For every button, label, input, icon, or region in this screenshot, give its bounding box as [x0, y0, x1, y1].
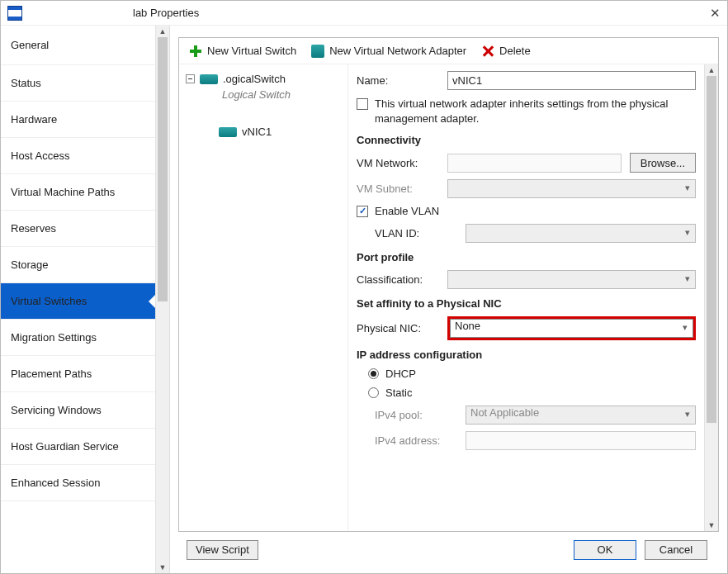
- scroll-thumb[interactable]: [707, 76, 716, 423]
- details-scrollbar[interactable]: ▲ ▼: [704, 64, 718, 531]
- dhcp-label: DHCP: [385, 368, 416, 380]
- physical-nic-label: Physical NIC:: [357, 322, 447, 334]
- tree-node-logical-switch[interactable]: .ogicalSwitch: [184, 71, 343, 87]
- delete-label: Delete: [499, 45, 531, 57]
- main-panel: New Virtual Switch New Virtual Network A…: [170, 26, 727, 573]
- switch-icon: [200, 74, 218, 84]
- ipv4-pool-label: IPv4 pool:: [357, 409, 466, 421]
- static-radio[interactable]: [368, 387, 379, 398]
- virtual-switches-panel: New Virtual Switch New Virtual Network A…: [178, 37, 719, 532]
- switch-name: .ogicalSwitch: [223, 73, 286, 85]
- vm-subnet-combo[interactable]: [447, 179, 696, 198]
- inherit-label: This virtual network adapter inherits se…: [375, 97, 696, 126]
- new-virtual-switch-label: New Virtual Switch: [207, 45, 296, 57]
- delete-icon: [481, 45, 494, 58]
- ok-button[interactable]: OK: [574, 540, 636, 560]
- physical-nic-combo[interactable]: None: [450, 319, 693, 338]
- view-script-button[interactable]: View Script: [187, 540, 258, 560]
- adapter-name: vNIC1: [242, 126, 272, 138]
- ipv4-pool-combo: Not Applicable: [466, 406, 696, 425]
- ipv4-address-input: [466, 431, 696, 450]
- nic-icon: [219, 127, 237, 137]
- sidebar-item-enhanced-session[interactable]: Enhanced Session: [1, 465, 155, 501]
- inherit-checkbox[interactable]: [357, 98, 368, 110]
- dhcp-radio[interactable]: [368, 368, 379, 379]
- plus-icon: [189, 45, 202, 58]
- scroll-up-icon[interactable]: ▲: [705, 64, 718, 76]
- physical-nic-highlight: None: [447, 316, 696, 340]
- enable-vlan-label: Enable VLAN: [375, 205, 439, 217]
- scroll-thumb[interactable]: [158, 37, 168, 301]
- section-port-profile: Port profile: [357, 251, 696, 263]
- new-virtual-adapter-button[interactable]: New Virtual Network Adapter: [306, 42, 471, 60]
- scroll-down-icon[interactable]: ▼: [156, 562, 169, 573]
- sidebar-item-migration-settings[interactable]: Migration Settings: [1, 320, 155, 356]
- dialog-button-bar: View Script OK Cancel: [178, 532, 719, 568]
- scroll-down-icon[interactable]: ▼: [705, 519, 718, 531]
- sidebar-item-virtual-switches[interactable]: Virtual Switches: [1, 283, 155, 320]
- new-virtual-switch-button[interactable]: New Virtual Switch: [184, 42, 301, 60]
- cancel-button[interactable]: Cancel: [645, 540, 707, 560]
- collapse-icon[interactable]: [186, 74, 195, 83]
- sidebar-scrollbar[interactable]: ▲ ▼: [155, 26, 169, 573]
- nic-icon: [311, 45, 324, 58]
- name-input[interactable]: [447, 71, 696, 90]
- vlan-id-label: VLAN ID:: [357, 227, 466, 240]
- scroll-up-icon[interactable]: ▲: [156, 26, 169, 37]
- sidebar-item-servicing-windows[interactable]: Servicing Windows: [1, 392, 155, 429]
- sidebar-item-host-guardian[interactable]: Host Guardian Service: [1, 429, 155, 465]
- panel-toolbar: New Virtual Switch New Virtual Network A…: [179, 38, 718, 64]
- vm-subnet-label: VM Subnet:: [357, 183, 447, 195]
- static-label: Static: [385, 387, 413, 399]
- section-ip-config: IP address configuration: [357, 349, 696, 361]
- switch-subtitle: Logical Switch: [184, 88, 343, 101]
- sidebar-list: General Status Hardware Host Access Virt…: [1, 26, 155, 573]
- properties-dialog: lab Properties ✕ General Status Hardware…: [0, 0, 728, 574]
- delete-button[interactable]: Delete: [476, 42, 536, 60]
- tree-node-vnic1[interactable]: vNIC1: [184, 124, 343, 140]
- sidebar-item-storage[interactable]: Storage: [1, 247, 155, 283]
- sidebar-item-placement-paths[interactable]: Placement Paths: [1, 356, 155, 392]
- classification-label: Classification:: [357, 273, 447, 286]
- browse-button[interactable]: Browse...: [630, 153, 696, 173]
- sidebar-item-host-access[interactable]: Host Access: [1, 138, 155, 174]
- close-icon[interactable]: ✕: [710, 6, 721, 21]
- app-icon: [7, 6, 22, 21]
- section-connectivity: Connectivity: [357, 134, 696, 146]
- sidebar-item-status[interactable]: Status: [1, 65, 155, 102]
- classification-combo[interactable]: [447, 270, 696, 289]
- switch-tree: .ogicalSwitch Logical Switch vNIC1: [179, 64, 348, 531]
- sidebar: General Status Hardware Host Access Virt…: [1, 26, 170, 573]
- vm-network-label: VM Network:: [357, 157, 447, 169]
- section-affinity: Set affinity to a Physical NIC: [357, 297, 696, 310]
- vm-network-input[interactable]: [447, 154, 622, 173]
- sidebar-item-vm-paths[interactable]: Virtual Machine Paths: [1, 174, 155, 211]
- titlebar: lab Properties ✕: [1, 1, 727, 26]
- sidebar-item-general[interactable]: General: [1, 26, 155, 65]
- name-label: Name:: [357, 74, 447, 87]
- enable-vlan-checkbox[interactable]: [357, 206, 368, 217]
- sidebar-item-reserves[interactable]: Reserves: [1, 211, 155, 247]
- sidebar-item-hardware[interactable]: Hardware: [1, 102, 155, 138]
- window-title: lab Properties: [133, 7, 199, 19]
- ipv4-address-label: IPv4 address:: [357, 434, 466, 447]
- new-virtual-adapter-label: New Virtual Network Adapter: [329, 45, 466, 57]
- vlan-id-combo[interactable]: [466, 224, 696, 243]
- adapter-details-form: Name: This virtual network adapter inher…: [348, 64, 704, 531]
